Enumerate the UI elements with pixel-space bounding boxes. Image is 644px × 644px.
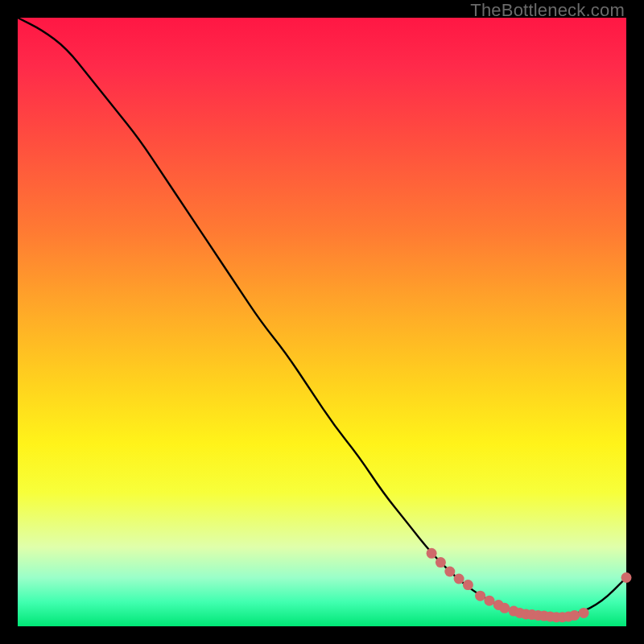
chart-svg [18, 18, 626, 626]
highlight-dot [484, 596, 494, 606]
highlight-dot [499, 603, 510, 613]
highlight-dot [621, 572, 632, 583]
highlight-dot [436, 557, 446, 568]
highlight-dot [444, 567, 455, 577]
highlight-dot [463, 580, 473, 590]
highlight-dots-group [427, 548, 632, 622]
highlight-dot [475, 591, 485, 601]
chart-frame [18, 18, 626, 626]
highlight-dot [454, 574, 464, 584]
highlight-dot [579, 608, 589, 618]
bottleneck-curve [18, 18, 626, 617]
watermark-text: TheBottleneck.com [470, 0, 625, 21]
highlight-dot [569, 610, 580, 621]
highlight-dot [427, 548, 437, 559]
